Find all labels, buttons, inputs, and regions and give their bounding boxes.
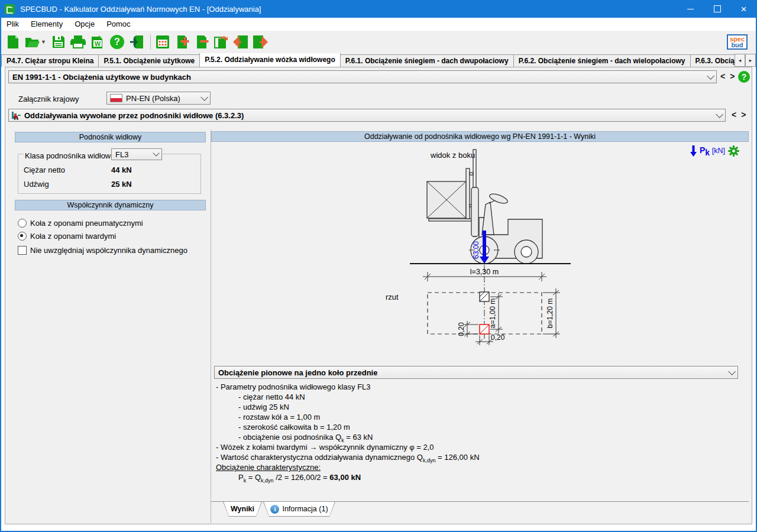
- length-dimension-label: l=3,30 m: [470, 268, 499, 276]
- open-document-icon[interactable]: [25, 34, 40, 50]
- dimension-b-label: b=1,20 m: [546, 299, 554, 328]
- norm-help-icon[interactable]: ?: [738, 71, 750, 83]
- svg-text:W: W: [95, 40, 101, 47]
- forklift-class-value: FL3: [112, 150, 128, 159]
- open-dropdown-arrow[interactable]: ▼: [41, 34, 47, 50]
- insert-table-icon[interactable]: [155, 34, 170, 50]
- refresh-item-icon[interactable]: [213, 34, 229, 50]
- print-icon[interactable]: [70, 34, 86, 50]
- menubar: Plik Elementy Opcje Pomoc: [1, 18, 756, 31]
- new-document-icon[interactable]: [5, 34, 21, 50]
- bottom-tab-wyniki[interactable]: Wyniki: [223, 502, 262, 517]
- dimension-offset-vertical: [464, 321, 478, 338]
- result-line: - obciążenie osi podnośnika Qk = 63 kN: [216, 432, 742, 442]
- minimize-button[interactable]: [677, 0, 704, 18]
- norm-next-button[interactable]: >: [730, 72, 735, 81]
- combobox-arrow-icon: [716, 111, 723, 118]
- norm-selector-combobox[interactable]: EN 1991-1-1 - Obciążenia użytkowe w budy…: [8, 70, 717, 83]
- front-wheel-patch: [480, 292, 489, 301]
- forklift-class-combobox[interactable]: FL3: [111, 148, 162, 160]
- analyzed-wheel-patch: [480, 325, 489, 334]
- result-line: Obciążenie charakterystyczne:: [216, 462, 742, 472]
- specbud-logo: spec bud: [727, 34, 748, 50]
- bottom-tab-informacja[interactable]: i Informacja (1): [263, 502, 335, 517]
- next-item-icon[interactable]: [253, 34, 268, 50]
- result-line: - ciężar netto 44 kN: [216, 392, 742, 402]
- titlebar: SPECBUD - Kalkulator Oddziaływań Normowy…: [0, 0, 757, 18]
- radio-hard-label: Koła z oponami twardymi: [30, 232, 116, 241]
- combobox-arrow-icon: [200, 93, 208, 101]
- forklift-section-header: Podnośnik widłowy: [15, 132, 206, 142]
- menu-plik[interactable]: Plik: [1, 18, 25, 31]
- radio-hard-tyres[interactable]: Koła z oponami twardymi: [18, 232, 116, 241]
- action-selector-combobox[interactable]: Oddziaływania wywołane przez podnośniki …: [8, 109, 726, 122]
- results-panel: Oddziaływanie od podnośnika widłowego wg…: [211, 130, 749, 524]
- radio-selected-icon: [18, 232, 27, 241]
- norm-selector-value: EN 1991-1-1 - Obciążenia użytkowe w budy…: [9, 73, 191, 82]
- tab-p5-1[interactable]: P.5.1. Obciążenie użytkowe: [98, 54, 200, 67]
- app-icon: [5, 4, 15, 14]
- minimize-icon: [687, 9, 694, 9]
- result-text-block: - Parametry podnośnika widłowego klasy F…: [216, 382, 742, 482]
- national-annex-combobox[interactable]: PN-EN (Polska): [106, 92, 211, 105]
- combobox-arrow-icon: [153, 150, 159, 156]
- result-line: - szerokość całkowita b = 1,20 m: [216, 422, 742, 432]
- tab-p6-1[interactable]: P.6.1. Obciążenie śniegiem - dach dwupoł…: [340, 54, 514, 67]
- plan-view-label: rzut: [386, 293, 399, 301]
- poland-flag-icon: [110, 94, 122, 102]
- window-title: SPECBUD - Kalkulator Oddziaływań Normowy…: [20, 5, 261, 14]
- radio-pneumatic-tyres[interactable]: Koła z oponami pneumatycznymi: [18, 219, 143, 228]
- dimension-a-label: a=1,00 m: [489, 299, 497, 328]
- help-icon[interactable]: ?: [109, 34, 125, 50]
- combobox-arrow-icon: [728, 368, 736, 375]
- forklift-class-label: Klasa podnośnika widłowego: [24, 151, 125, 160]
- menu-pomoc[interactable]: Pomoc: [101, 18, 136, 31]
- tab-p4-7[interactable]: P4.7. Ciężar stropu Kleina: [1, 54, 99, 67]
- net-weight-value: 44 kN: [111, 166, 132, 174]
- toolbar: ▼ W ? spec bud: [1, 31, 756, 54]
- action-selector-value: Oddziaływania wywołane przez podnośniki …: [21, 111, 244, 120]
- tab-scroll-left-button[interactable]: ◂: [735, 54, 745, 67]
- menu-elementy[interactable]: Elementy: [25, 18, 69, 31]
- menu-opcje[interactable]: Opcje: [69, 18, 101, 31]
- close-icon: ×: [741, 4, 747, 14]
- wheel-load-value: 63,00: [472, 241, 480, 259]
- dimension-offset-vertical-label: 0,20: [457, 322, 465, 336]
- capacity-label: Udźwig: [24, 180, 49, 189]
- action-prev-button[interactable]: <: [732, 110, 736, 119]
- export-word-icon[interactable]: W: [90, 34, 105, 50]
- add-item-icon[interactable]: [174, 34, 190, 50]
- tab-p6-2[interactable]: P.6.2. Obciążenie śniegiem - dach wielop…: [513, 54, 691, 67]
- forklift-diagram: widok z boku: [211, 142, 748, 366]
- bottom-tab-wyniki-label: Wyniki: [231, 505, 254, 513]
- info-icon: i: [270, 505, 279, 514]
- results-header: Oddziaływanie od podnośnika widłowego wg…: [211, 131, 749, 142]
- result-line: - Wartość charakterystyczna oddziaływani…: [216, 452, 742, 462]
- result-line: - rozstaw kół a = 1,00 m: [216, 412, 742, 422]
- action-next-button[interactable]: >: [741, 110, 746, 119]
- tab-scroll-right-button[interactable]: ▸: [745, 54, 756, 67]
- main-frame: EN 1991-1-1 - Obciążenia użytkowe w budy…: [5, 67, 752, 524]
- radio-pneumatic-label: Koła z oponami pneumatycznymi: [30, 219, 143, 228]
- result-line: - Wózek z kołami twardymi → współczynnik…: [216, 442, 742, 452]
- forklift-mini-icon: [11, 111, 21, 120]
- tab-p5-2-active[interactable]: P.5.2. Oddziaływanie wózka widłowego: [199, 53, 341, 67]
- save-icon[interactable]: [51, 34, 66, 50]
- maximize-button[interactable]: [704, 0, 730, 18]
- previous-item-icon[interactable]: [233, 34, 248, 50]
- close-button[interactable]: ×: [730, 0, 757, 18]
- result-selector-value: Obciążenie pionowe na jedno koło przedni…: [215, 368, 377, 377]
- dimension-offset-horizontal-label: 0,20: [491, 333, 505, 342]
- national-annex-label: Załącznik krajowy: [18, 95, 79, 103]
- exit-icon[interactable]: [129, 34, 144, 50]
- checkbox-no-dynamic-label: Nie uwzględniaj współczynnika dynamiczne…: [30, 246, 187, 255]
- norm-prev-button[interactable]: <: [720, 72, 725, 81]
- bottom-tab-informacja-label: Informacja (1): [282, 505, 328, 513]
- remove-item-icon[interactable]: [194, 34, 209, 50]
- national-annex-value: PN-EN (Polska): [122, 94, 180, 103]
- module-tabstrip: P4.7. Ciężar stropu Kleina P.5.1. Obciąż…: [1, 53, 756, 67]
- input-panel: Podnośnik widłowy Klasa podnośnika widło…: [8, 130, 211, 523]
- checkbox-no-dynamic-factor[interactable]: Nie uwzględniaj współczynnika dynamiczne…: [18, 246, 187, 255]
- side-view-label: widok z boku: [430, 151, 475, 160]
- result-selector-combobox[interactable]: Obciążenie pionowe na jedno koło przedni…: [214, 366, 738, 379]
